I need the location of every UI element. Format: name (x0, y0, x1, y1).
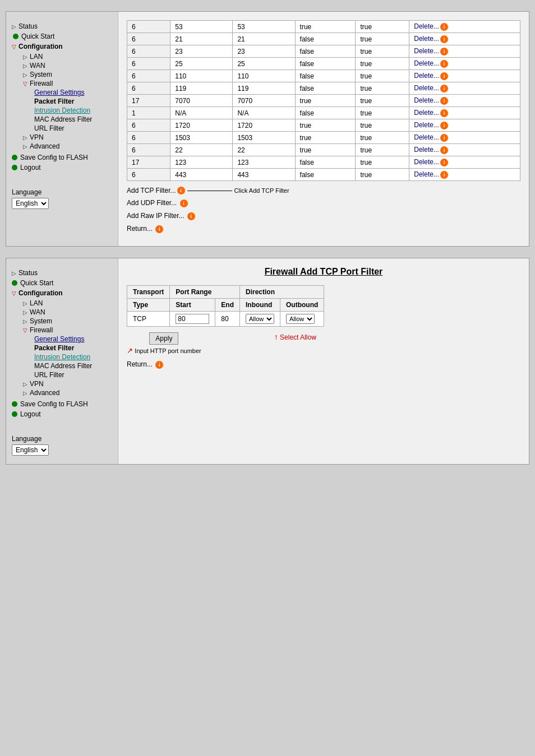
delete-link[interactable]: Delete... (414, 96, 439, 104)
add-tcp-info-icon[interactable]: i (177, 187, 185, 194)
add-raw-ip-row: Add Raw IP Filter... i (127, 212, 520, 220)
delete-info-icon[interactable]: i (440, 35, 448, 43)
sidebar-item-configuration[interactable]: ▽ Configuration (12, 43, 112, 50)
sidebar2-item-quickstart[interactable]: Quick Start (12, 279, 112, 287)
delete-cell: Delete...i (409, 107, 520, 119)
add-raw-ip-link[interactable]: Add Raw IP Filter... (127, 212, 185, 220)
sidebar-item-mac-address-filter[interactable]: MAC Address Filter (34, 115, 112, 123)
outbound-select[interactable]: Allow Deny (286, 314, 315, 324)
sidebar-panel1: ▷ Status Quick Start ▽ Configuration ▷ L… (6, 12, 118, 246)
delete-link[interactable]: Delete... (414, 59, 439, 67)
delete-info-icon[interactable]: i (440, 171, 448, 179)
delete-link[interactable]: Delete... (414, 109, 439, 117)
delete-link[interactable]: Delete... (414, 47, 439, 55)
delete-link[interactable]: Delete... (414, 146, 439, 154)
delete-link[interactable]: Delete... (414, 84, 439, 92)
apply-button[interactable]: Apply (149, 332, 178, 345)
sidebar-item-quickstart[interactable]: Quick Start (13, 33, 112, 40)
table-cell: N/A (170, 107, 233, 119)
table-cell: true (356, 33, 409, 45)
delete-info-icon[interactable]: i (440, 109, 448, 117)
sidebar2-item-wan[interactable]: ▷ WAN (23, 308, 112, 316)
table-cell: 6 (127, 45, 170, 58)
sidebar2-item-packet-filter[interactable]: Packet Filter (34, 344, 112, 352)
delete-info-icon[interactable]: i (440, 146, 448, 154)
add-tcp-link[interactable]: Add TCP Filter... (127, 187, 176, 194)
sidebar2-item-logout[interactable]: Logout (12, 410, 112, 418)
type-header: Type (127, 299, 170, 312)
sidebar2-item-intrusion-detection[interactable]: Intrusion Detection (34, 353, 112, 361)
sidebar2-item-status[interactable]: ▷ Status (12, 269, 112, 277)
inbound-select[interactable]: Allow Deny (246, 314, 274, 324)
add-tcp-row: Add TCP Filter... i Click Add TCP Filter (127, 187, 520, 194)
filter-table: 65353truetrueDelete...i62121falsetrueDel… (127, 20, 520, 181)
delete-link[interactable]: Delete... (414, 158, 439, 166)
sidebar-item-save[interactable]: Save Config to FLASH (12, 154, 112, 161)
delete-info-icon[interactable]: i (440, 97, 448, 105)
delete-info-icon[interactable]: i (440, 134, 448, 142)
delete-link[interactable]: Delete... (414, 121, 439, 129)
delete-info-icon[interactable]: i (440, 48, 448, 55)
direction-header: Direction (240, 286, 324, 299)
delete-info-icon[interactable]: i (440, 23, 448, 31)
sidebar2-item-configuration[interactable]: ▽ Configuration (12, 289, 112, 297)
sidebar-item-vpn[interactable]: ▷ VPN (23, 133, 112, 141)
return2-info-icon[interactable]: i (155, 361, 163, 369)
sidebar-item-status[interactable]: ▷ Status (12, 22, 112, 30)
return-link[interactable]: Return... (127, 225, 153, 233)
start-input[interactable] (176, 314, 209, 324)
sidebar2-item-general-settings[interactable]: General Settings (34, 335, 112, 343)
sidebar-item-packet-filter[interactable]: Packet Filter (34, 98, 112, 105)
sidebar-item-general-settings[interactable]: General Settings (34, 89, 112, 96)
add-udp-info-icon[interactable]: i (180, 200, 188, 207)
annotation-area: Apply ↗ Input HTTP port number ↑ Select … (127, 332, 520, 355)
delete-link[interactable]: Delete... (414, 72, 439, 80)
delete-info-icon[interactable]: i (440, 85, 448, 92)
sidebar2-item-url-filter[interactable]: URL Filter (34, 371, 112, 379)
end-header: End (215, 299, 240, 312)
sidebar-item-firewall[interactable]: ▽ Firewall (23, 80, 112, 87)
delete-info-icon[interactable]: i (440, 60, 448, 68)
table-cell: false (295, 70, 356, 82)
sidebar2-item-save[interactable]: Save Config to FLASH (12, 400, 112, 408)
curved-arrow-icon: ↗ (127, 346, 133, 355)
sidebar-item-system[interactable]: ▷ System (23, 71, 112, 78)
add-raw-ip-info-icon[interactable]: i (187, 212, 195, 220)
delete-link[interactable]: Delete... (414, 22, 439, 30)
quickstart2-label: Quick Start (20, 279, 53, 287)
circle-icon (12, 401, 17, 407)
arrow-icon: ▷ (23, 318, 27, 324)
return2-link[interactable]: Return... (127, 360, 153, 368)
mac-filter2-link: MAC Address Filter (34, 362, 92, 370)
sidebar2-item-firewall[interactable]: ▽ Firewall (23, 326, 112, 334)
sidebar2-item-system[interactable]: ▷ System (23, 317, 112, 325)
start-cell (170, 312, 215, 327)
sidebar-item-intrusion-detection[interactable]: Intrusion Detection (34, 106, 112, 114)
delete-link[interactable]: Delete... (414, 170, 439, 178)
arrow-icon: ▽ (12, 44, 16, 50)
delete-link[interactable]: Delete... (414, 133, 439, 141)
delete-cell: Delete...i (409, 95, 520, 107)
sidebar2-item-vpn[interactable]: ▷ VPN (23, 380, 112, 388)
table-cell: true (356, 82, 409, 95)
sidebar-item-url-filter[interactable]: URL Filter (34, 124, 112, 132)
delete-link[interactable]: Delete... (414, 35, 439, 43)
sidebar-item-advanced[interactable]: ▷ Advanced (23, 142, 112, 150)
url-filter-link: URL Filter (34, 124, 64, 132)
sidebar-item-wan[interactable]: ▷ WAN (23, 62, 112, 69)
arrow-icon: ▷ (23, 134, 27, 141)
sidebar-item-lan[interactable]: ▷ LAN (23, 53, 112, 61)
return-info-icon[interactable]: i (155, 225, 163, 233)
delete-info-icon[interactable]: i (440, 159, 448, 166)
sidebar-item-logout[interactable]: Logout (12, 164, 112, 171)
sidebar2-item-mac-address-filter[interactable]: MAC Address Filter (34, 362, 112, 370)
sidebar2-item-lan[interactable]: ▷ LAN (23, 299, 112, 307)
add-udp-row: Add UDP Filter... i (127, 199, 520, 207)
add-udp-link[interactable]: Add UDP Filter... (127, 199, 177, 207)
sidebar2-item-advanced[interactable]: ▷ Advanced (23, 389, 112, 397)
language2-select[interactable]: English (12, 444, 49, 456)
language-select[interactable]: English (12, 198, 49, 209)
lan2-label: LAN (30, 299, 43, 307)
delete-info-icon[interactable]: i (440, 122, 448, 129)
delete-info-icon[interactable]: i (440, 72, 448, 80)
